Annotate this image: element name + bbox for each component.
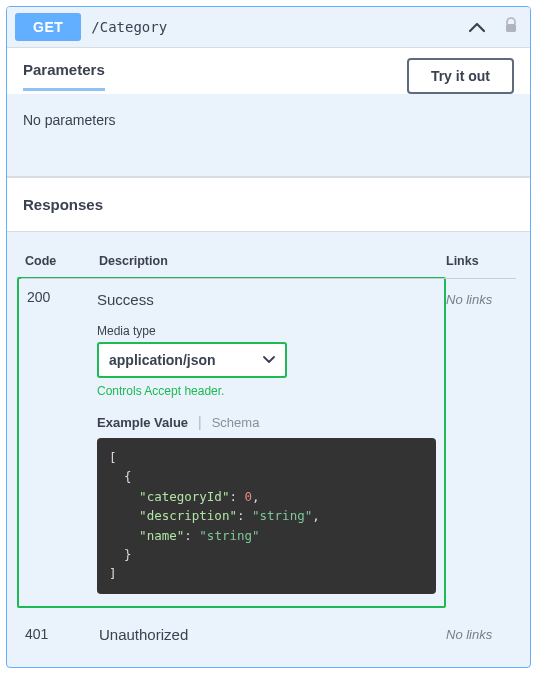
try-it-out-button[interactable]: Try it out [407, 58, 514, 94]
controls-accept-hint: Controls Accept header. [97, 384, 436, 398]
responses-title: Responses [7, 177, 530, 232]
response-links: No links [446, 627, 492, 642]
response-links: No links [446, 292, 492, 307]
media-type-value: application/json [109, 352, 216, 368]
response-row: 401 Unauthorized No links [21, 614, 516, 647]
response-code: 401 [21, 614, 95, 647]
response-description: Success [97, 289, 436, 324]
responses-body: Code Description Links 200 Success Media… [7, 232, 530, 667]
col-header-code: Code [21, 246, 95, 279]
chevron-up-icon[interactable] [464, 17, 490, 38]
response-200-highlight: 200 Success Media type application/json [17, 277, 446, 608]
parameters-section: Parameters Try it out No parameters [7, 47, 530, 177]
example-code-block: [ { "categoryId": 0, "description": "str… [97, 438, 436, 594]
response-row: 200 Success Media type application/json [21, 279, 516, 614]
lock-icon[interactable] [500, 17, 522, 37]
col-header-description: Description [95, 246, 442, 279]
tab-separator: | [198, 414, 202, 430]
example-schema-tabs: Example Value | Schema [97, 414, 436, 430]
parameters-title: Parameters [23, 61, 105, 91]
col-header-links: Links [442, 246, 516, 279]
method-badge: GET [15, 13, 81, 41]
svg-rect-0 [506, 24, 516, 32]
responses-table: Code Description Links 200 Success Media… [21, 246, 516, 647]
tab-schema[interactable]: Schema [212, 415, 260, 430]
operation-path: /Category [91, 19, 454, 35]
response-description: Unauthorized [95, 614, 442, 647]
tab-example-value[interactable]: Example Value [97, 415, 188, 430]
response-code: 200 [27, 289, 97, 594]
media-type-select[interactable]: application/json [97, 342, 287, 378]
operation-panel: GET /Category Parameters Try it out No p… [6, 6, 531, 668]
operation-header[interactable]: GET /Category [7, 7, 530, 47]
media-type-label: Media type [97, 324, 436, 338]
no-parameters-text: No parameters [7, 94, 530, 176]
chevron-down-icon [263, 353, 275, 367]
